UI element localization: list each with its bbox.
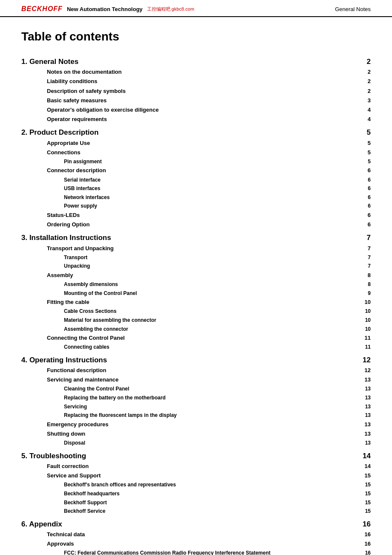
toc-title-27: Material for assembling the connector <box>21 316 362 324</box>
toc-item-18[interactable]: 3. Installation Instructions 7 <box>21 232 371 243</box>
toc-title-29: Connecting the Control Panel <box>21 334 362 342</box>
toc-item-34[interactable]: Cleaning the Control Panel 13 <box>21 385 371 393</box>
toc-item-1[interactable]: Notes on the documentation 2 <box>21 68 371 76</box>
toc-title-47: Beckhoff Service <box>21 507 362 515</box>
toc-page-42: 14 <box>362 462 371 471</box>
toc-title-20: Transport <box>21 254 362 262</box>
toc-title-48: 6. Appendix <box>21 519 362 530</box>
toc-item-38[interactable]: Emergency procedures 13 <box>21 420 371 429</box>
toc-item-20[interactable]: Transport 7 <box>21 254 371 262</box>
toc-item-4[interactable]: Basic safety measures 3 <box>21 96 371 105</box>
toc-page-48: 16 <box>362 519 371 530</box>
header-left: BECKHOFF New Automation Technology 工控编程吧… <box>21 5 194 13</box>
beckhoff-logo: BECKHOFF <box>21 5 63 13</box>
toc-item-11[interactable]: Connector description 6 <box>21 166 371 175</box>
toc-item-24[interactable]: Mounting of the Control Panel 9 <box>21 289 371 298</box>
toc-item-43[interactable]: Service and Support 15 <box>21 471 371 480</box>
toc-item-26[interactable]: Cable Cross Sections 10 <box>21 307 371 315</box>
page-header: BECKHOFF New Automation Technology 工控编程吧… <box>0 0 392 17</box>
toc-title-11: Connector description <box>21 166 362 175</box>
toc-title-7: 2. Product Description <box>21 127 362 138</box>
toc-title-13: USB interfaces <box>21 185 362 193</box>
toc-item-31[interactable]: 4. Operating Instructions 12 <box>21 355 371 366</box>
toc-item-51[interactable]: FCC: Federal Communications Commission R… <box>21 549 371 555</box>
toc-page-2: 2 <box>362 77 371 86</box>
toc-item-50[interactable]: Approvals 16 <box>21 540 371 548</box>
toc-item-16[interactable]: Status-LEDs 6 <box>21 211 371 220</box>
toc-item-30[interactable]: Connecting cables 11 <box>21 343 371 351</box>
toc-title-49: Technical data <box>21 530 362 539</box>
toc-title-44: Beckhoff's branch offices and representa… <box>21 481 362 489</box>
toc-item-35[interactable]: Replacing the battery on the motherboard… <box>21 394 371 402</box>
toc-item-32[interactable]: Functional description 12 <box>21 366 371 375</box>
toc-title-3: Description of safety symbols <box>21 87 362 95</box>
toc-item-49[interactable]: Technical data 16 <box>21 530 371 539</box>
page-content: Table of contents 1. General Notes 2 Not… <box>0 17 392 555</box>
toc-item-17[interactable]: Ordering Option 6 <box>21 220 371 229</box>
toc-item-39[interactable]: Shutting down 13 <box>21 430 371 438</box>
toc-page-25: 10 <box>362 298 371 306</box>
toc-title-23: Assembly dimensions <box>21 280 362 289</box>
toc-title-1: Notes on the documentation <box>21 68 362 76</box>
toc-item-7[interactable]: 2. Product Description 5 <box>21 127 371 138</box>
toc-page-33: 13 <box>362 376 371 384</box>
toc-item-41[interactable]: 5. Troubleshooting 14 <box>21 451 371 462</box>
toc-page-32: 12 <box>362 366 371 375</box>
header-section: General Notes <box>335 6 371 12</box>
toc-page-27: 10 <box>362 316 371 324</box>
toc-title-26: Cable Cross Sections <box>21 307 362 315</box>
toc-item-21[interactable]: Unpacking 7 <box>21 262 371 270</box>
toc-title-37: Replacing the fluorescent lamps in the d… <box>21 411 362 419</box>
toc-item-33[interactable]: Servicing and maintenance 13 <box>21 376 371 384</box>
toc-item-25[interactable]: Fitting the cable 10 <box>21 298 371 306</box>
toc-title-25: Fitting the cable <box>21 298 362 306</box>
toc-item-2[interactable]: Liability conditions 2 <box>21 77 371 86</box>
toc-title-38: Emergency procedures <box>21 420 362 429</box>
toc-page-49: 16 <box>362 530 371 539</box>
toc-item-44[interactable]: Beckhoff's branch offices and representa… <box>21 481 371 489</box>
toc-item-22[interactable]: Assembly 8 <box>21 271 371 280</box>
toc-page-41: 14 <box>362 451 371 462</box>
toc-page-21: 7 <box>362 262 371 270</box>
toc-page-29: 11 <box>362 334 371 342</box>
toc-title-35: Replacing the battery on the motherboard <box>21 394 362 402</box>
toc-page-38: 13 <box>362 420 371 429</box>
toc-item-23[interactable]: Assembly dimensions 8 <box>21 280 371 289</box>
toc-page-40: 13 <box>362 439 371 447</box>
toc-page-5: 4 <box>362 106 371 114</box>
toc-page-35: 13 <box>362 394 371 402</box>
toc-page-14: 6 <box>362 194 371 202</box>
toc-item-5[interactable]: Operator's obligation to exercise dilige… <box>21 106 371 114</box>
toc-item-13[interactable]: USB interfaces 6 <box>21 185 371 193</box>
toc-item-8[interactable]: Appropriate Use 5 <box>21 139 371 147</box>
toc-page-26: 10 <box>362 307 371 315</box>
toc-item-12[interactable]: Serial interface 6 <box>21 176 371 184</box>
toc-item-29[interactable]: Connecting the Control Panel 11 <box>21 334 371 342</box>
toc-item-15[interactable]: Power supply 6 <box>21 202 371 210</box>
toc-title-17: Ordering Option <box>21 220 362 229</box>
toc-item-48[interactable]: 6. Appendix 16 <box>21 519 371 530</box>
toc-item-36[interactable]: Servicing 13 <box>21 403 371 411</box>
toc-item-46[interactable]: Beckhoff Support 15 <box>21 499 371 507</box>
toc-item-28[interactable]: Assembling the connector 10 <box>21 325 371 333</box>
toc-item-40[interactable]: Disposal 13 <box>21 439 371 447</box>
toc-title-16: Status-LEDs <box>21 211 362 220</box>
toc-page-22: 8 <box>362 271 371 280</box>
toc-title-40: Disposal <box>21 439 362 447</box>
toc-item-45[interactable]: Beckhoff headquarters 15 <box>21 490 371 498</box>
toc-title-42: Fault correction <box>21 462 362 471</box>
toc-item-9[interactable]: Connections 5 <box>21 148 371 157</box>
toc-item-6[interactable]: Operator requirements 4 <box>21 115 371 124</box>
toc-item-3[interactable]: Description of safety symbols 2 <box>21 87 371 95</box>
toc-page-39: 13 <box>362 430 371 438</box>
toc-item-0[interactable]: 1. General Notes 2 <box>21 56 371 67</box>
toc-item-10[interactable]: Pin assignment 5 <box>21 158 371 166</box>
toc-page-1: 2 <box>362 68 371 76</box>
toc-item-37[interactable]: Replacing the fluorescent lamps in the d… <box>21 411 371 419</box>
toc-item-27[interactable]: Material for assembling the connector 10 <box>21 316 371 324</box>
toc-item-19[interactable]: Transport and Unpacking 7 <box>21 244 371 253</box>
toc-item-42[interactable]: Fault correction 14 <box>21 462 371 471</box>
toc-item-14[interactable]: Network interfaces 6 <box>21 194 371 202</box>
toc-page-12: 6 <box>362 176 371 184</box>
toc-item-47[interactable]: Beckhoff Service 15 <box>21 507 371 515</box>
